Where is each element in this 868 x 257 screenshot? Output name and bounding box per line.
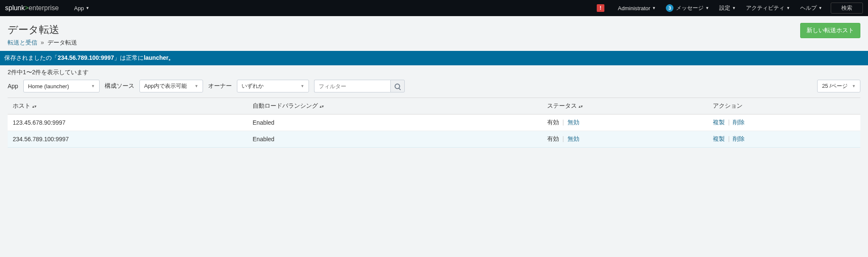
caret-down-icon: ▼: [300, 84, 304, 88]
per-page-dropdown[interactable]: 25 /ページ ▼: [817, 80, 860, 92]
cell-autolb: Enabled: [248, 131, 542, 148]
filter-controls: App Home (launcher) ▼ 構成ソース App内で表示可能 ▼ …: [0, 78, 868, 98]
caret-down-icon: ▼: [852, 84, 856, 88]
result-count: 2件中1〜2件を表示しています: [0, 65, 868, 78]
owner-filter-dropdown[interactable]: いずれか ▼: [237, 80, 309, 92]
nav-help-label: ヘルプ: [800, 4, 817, 12]
sort-icon: ▴▾: [32, 104, 36, 109]
source-filter-label: 構成ソース: [105, 82, 134, 90]
caret-down-icon: ▼: [705, 6, 709, 10]
clone-link[interactable]: 複製: [713, 119, 725, 126]
breadcrumb: 転送と受信 » データ転送: [8, 39, 77, 47]
divider: |: [562, 119, 564, 126]
page-title: データ転送: [8, 23, 77, 36]
table-row: 123.45.678.90:9997 Enabled 有効 | 無効 複製 | …: [8, 115, 860, 131]
col-status-label: ステータス: [547, 102, 577, 109]
source-filter-value: App内で表示可能: [144, 82, 187, 90]
banner-host: 234.56.789.100:9997: [58, 54, 114, 61]
logo: splunk>enterprise: [5, 4, 59, 12]
disable-link[interactable]: 無効: [568, 119, 579, 126]
caret-down-icon: ▼: [786, 6, 790, 10]
nav-settings-label: 設定: [719, 4, 730, 12]
breadcrumb-sep: »: [41, 39, 44, 46]
nav-activity[interactable]: アクティビティ ▼: [741, 0, 795, 16]
nav-messages[interactable]: 3 メッセージ ▼: [661, 0, 714, 16]
search-icon: [395, 84, 400, 89]
messages-badge: 3: [666, 4, 673, 12]
col-action: アクション: [708, 98, 860, 115]
app-filter-dropdown[interactable]: Home (launcher) ▼: [23, 80, 100, 92]
col-autolb[interactable]: 自動ロードバランシング▴▾: [248, 98, 542, 115]
banner-mid: 」は正常に: [114, 54, 144, 61]
cell-host: 234.56.789.100:9997: [8, 131, 248, 148]
cell-host: 123.45.678.90:9997: [8, 115, 248, 131]
clone-link[interactable]: 複製: [713, 135, 725, 142]
filter-group: [314, 80, 405, 92]
nav-admin-label: Administrator: [618, 5, 651, 11]
divider: |: [728, 135, 730, 142]
logo-post: enterprise: [29, 4, 59, 11]
logo-chevron-icon: >: [25, 4, 28, 11]
banner-suffix: launcher。: [144, 54, 174, 61]
col-autolb-label: 自動ロードバランシング: [253, 102, 318, 109]
nav-messages-label: メッセージ: [676, 4, 704, 12]
owner-filter-label: オーナー: [208, 82, 232, 90]
app-filter-label: App: [8, 83, 18, 89]
disable-link[interactable]: 無効: [568, 135, 579, 142]
col-status[interactable]: ステータス▴▾: [542, 98, 708, 115]
filter-search-button[interactable]: [390, 80, 405, 92]
page-header-left: データ転送 転送と受信 » データ転送: [8, 23, 77, 47]
caret-down-icon: ▼: [195, 84, 198, 88]
caret-down-icon: ▼: [652, 6, 656, 10]
table-header-row: ホスト▴▾ 自動ロードバランシング▴▾ ステータス▴▾ アクション: [8, 98, 860, 115]
table-wrap: ホスト▴▾ 自動ロードバランシング▴▾ ステータス▴▾ アクション 123.45…: [0, 98, 868, 148]
nav-help[interactable]: ヘルプ ▼: [795, 0, 827, 16]
nav-activity-label: アクティビティ: [746, 4, 785, 12]
source-filter-dropdown[interactable]: App内で表示可能 ▼: [139, 80, 203, 92]
delete-link[interactable]: 削除: [733, 135, 745, 142]
caret-down-icon: ▼: [86, 6, 89, 10]
nav-alert[interactable]: !: [592, 0, 613, 16]
alert-icon: !: [597, 4, 604, 12]
nav-administrator[interactable]: Administrator ▼: [613, 0, 661, 16]
global-search[interactable]: 検索: [831, 3, 863, 14]
right-controls: 25 /ページ ▼: [817, 80, 860, 92]
page-header: データ転送 転送と受信 » データ転送 新しい転送ホスト: [0, 16, 868, 51]
col-host[interactable]: ホスト▴▾: [8, 98, 248, 115]
col-host-label: ホスト: [13, 102, 31, 109]
sort-icon: ▴▾: [320, 104, 324, 109]
app-filter-value: Home (launcher): [28, 83, 69, 89]
sort-icon: ▴▾: [579, 104, 583, 109]
hosts-table: ホスト▴▾ 自動ロードバランシング▴▾ ステータス▴▾ アクション 123.45…: [8, 98, 860, 148]
new-forward-host-button[interactable]: 新しい転送ホスト: [800, 23, 860, 38]
banner-prefix: 保存されましたの「: [4, 54, 58, 61]
breadcrumb-current: データ転送: [47, 39, 77, 46]
owner-filter-value: いずれか: [242, 82, 264, 90]
caret-down-icon: ▼: [818, 6, 822, 10]
divider: |: [562, 135, 564, 142]
nav-app[interactable]: App ▼: [69, 0, 95, 16]
breadcrumb-link[interactable]: 転送と受信: [8, 39, 37, 46]
cell-status: 有効 | 無効: [542, 115, 708, 131]
cell-autolb: Enabled: [248, 115, 542, 131]
logo-pre: splunk: [5, 4, 25, 11]
status-text: 有効: [547, 119, 559, 126]
nav-app-label: App: [74, 5, 84, 11]
status-banner: 保存されましたの「234.56.789.100:9997」は正常にlaunche…: [0, 51, 868, 65]
nav-settings[interactable]: 設定 ▼: [714, 0, 741, 16]
cell-status: 有効 | 無効: [542, 131, 708, 148]
cell-action: 複製 | 削除: [708, 115, 860, 131]
status-text: 有効: [547, 135, 559, 142]
divider: |: [728, 119, 730, 126]
cell-action: 複製 | 削除: [708, 131, 860, 148]
table-row: 234.56.789.100:9997 Enabled 有効 | 無効 複製 |…: [8, 131, 860, 148]
filter-input[interactable]: [314, 80, 390, 92]
delete-link[interactable]: 削除: [733, 119, 745, 126]
top-nav: splunk>enterprise App ▼ ! Administrator …: [0, 0, 868, 16]
per-page-value: 25 /ページ: [822, 82, 848, 90]
caret-down-icon: ▼: [732, 6, 736, 10]
global-search-label: 検索: [841, 4, 852, 12]
col-action-label: アクション: [713, 102, 743, 109]
caret-down-icon: ▼: [91, 84, 95, 88]
